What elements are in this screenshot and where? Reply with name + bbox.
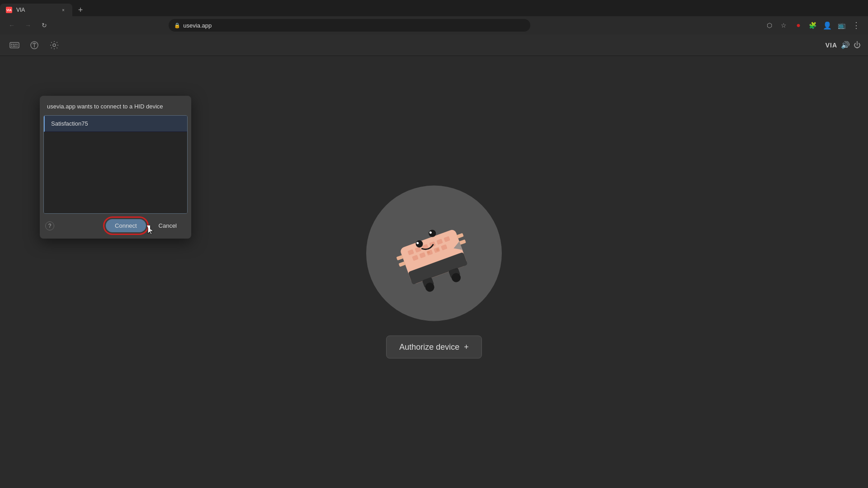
authorize-plus-icon: + [464,343,469,352]
app-toolbar: VIA 🔊 ⏻ [0,34,868,56]
device-item-satisfaction75[interactable]: Satisfaction75 [44,116,187,132]
svg-rect-6 [13,46,16,47]
toolbar-right: VIA 🔊 ⏻ [826,41,861,49]
svg-rect-26 [457,233,464,239]
forward-button[interactable]: → [22,19,34,32]
svg-rect-3 [14,44,16,45]
dialog-footer: ? Connect Cancel [40,214,191,239]
active-tab[interactable]: VIA VIA × [0,4,72,16]
svg-rect-2 [13,44,14,45]
svg-rect-4 [16,44,18,45]
tab-favicon: VIA [5,6,13,14]
hid-dialog: usevia.app wants to connect to a HID dev… [40,96,191,239]
bookmark-icon[interactable]: ☆ [778,19,790,32]
extensions-icon[interactable]: 🧩 [807,19,819,32]
dialog-actions: Connect Cancel [106,219,186,232]
authorize-device-button[interactable]: Authorize device + [386,336,482,359]
nav-right-icons: ⬡ ☆ ● 🧩 👤 📺 ⋮ [763,19,863,32]
connect-label: Connect [115,222,137,229]
volume-icon[interactable]: 🔊 [841,41,850,49]
dialog-device-list: Satisfaction75 [43,115,188,214]
tab-title: VIA [16,7,56,13]
app-title: VIA [826,42,837,49]
svg-point-10 [53,44,56,47]
address-bar[interactable]: 🔒 usevia.app [169,19,530,32]
nav-bar: ← → ↻ 🔒 usevia.app ⬡ ☆ ● 🧩 👤 📺 ⋮ [0,16,868,34]
svg-rect-1 [11,44,12,45]
mascot-circle [366,186,502,321]
new-tab-button[interactable]: + [74,4,87,16]
browser-frame: VIA VIA × + ← → ↻ 🔒 usevia.app ⬡ ☆ ● 🧩 👤… [0,0,868,488]
help-icon: ? [48,223,52,229]
svg-rect-0 [10,42,19,48]
main-content: Authorize device + usevia.app wants to c… [0,56,868,488]
dialog-title: usevia.app wants to connect to a HID dev… [47,103,163,110]
svg-point-38 [436,249,439,251]
back-button[interactable]: ← [5,19,18,32]
tab-bar: VIA VIA × + [0,0,868,16]
usb-icon[interactable] [27,38,42,52]
svg-point-37 [427,251,430,254]
authorize-device-label: Authorize device [399,343,459,352]
profile-icon[interactable]: 👤 [821,19,834,32]
svg-rect-7 [16,46,18,47]
refresh-button[interactable]: ↻ [38,19,51,32]
cast-icon[interactable]: 📺 [835,19,848,32]
svg-rect-25 [399,261,406,267]
device-name: Satisfaction75 [51,120,88,127]
svg-rect-24 [396,255,403,260]
help-button[interactable]: ? [45,221,54,230]
connect-button[interactable]: Connect [106,219,146,232]
svg-rect-5 [11,46,12,47]
dialog-header: usevia.app wants to connect to a HID dev… [40,96,191,115]
lastpass-icon[interactable]: ● [792,19,805,32]
tab-close-button[interactable]: × [60,6,67,14]
power-icon[interactable]: ⏻ [854,41,861,49]
menu-icon[interactable]: ⋮ [850,19,863,32]
keyboard-icon[interactable] [7,38,22,52]
open-tab-icon[interactable]: ⬡ [763,19,776,32]
mascot-container: Authorize device + [366,186,502,359]
cancel-button[interactable]: Cancel [150,219,186,232]
device-list-empty-area [44,132,187,213]
lock-icon: 🔒 [174,22,180,28]
tab-favicon-img: VIA [6,7,12,13]
cancel-label: Cancel [159,222,177,229]
url-text: usevia.app [183,22,525,29]
settings-icon[interactable] [47,38,61,52]
